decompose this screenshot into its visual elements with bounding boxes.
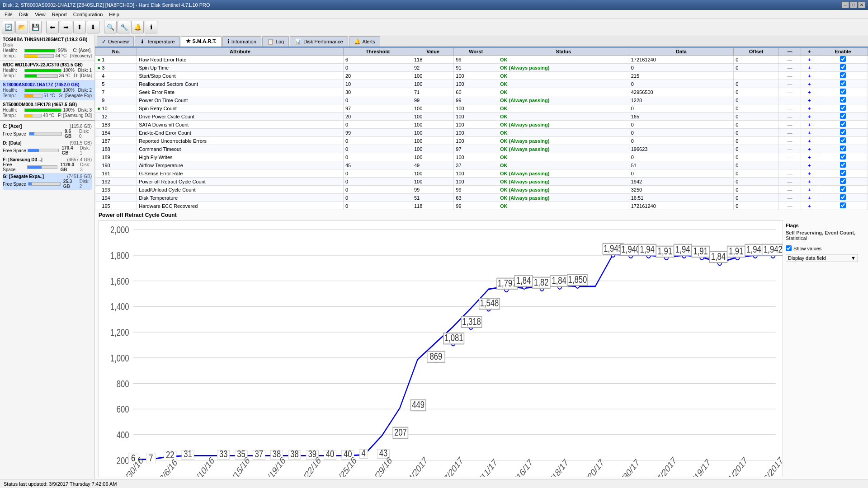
cell-enable[interactable]: [818, 88, 868, 96]
cell-plus[interactable]: +: [801, 80, 818, 88]
cell-plus[interactable]: +: [801, 129, 818, 137]
cell-plus[interactable]: +: [801, 121, 818, 129]
maximize-button[interactable]: □: [850, 2, 857, 8]
cell-enable[interactable]: [818, 202, 868, 210]
cell-enable[interactable]: [818, 129, 868, 137]
cell-enable[interactable]: [818, 169, 868, 178]
cell-plus[interactable]: +: [801, 56, 818, 64]
cell-plus[interactable]: +: [801, 169, 818, 178]
cell-enable[interactable]: [818, 72, 868, 80]
cell-minus[interactable]: —: [779, 186, 801, 194]
menu-disk[interactable]: Disk: [16, 11, 31, 18]
cell-plus[interactable]: +: [801, 113, 818, 121]
cell-plus[interactable]: +: [801, 178, 818, 186]
toolbar-btn-dn[interactable]: ⬇: [87, 21, 99, 33]
table-row[interactable]: ● 191 G-Sense Error Rate 0 100 100 OK (A…: [95, 169, 868, 178]
drive-c[interactable]: C: [Acer] (115.6 GB) Free Space 9.6 GB D…: [3, 123, 92, 140]
cell-minus[interactable]: —: [779, 137, 801, 145]
cell-enable[interactable]: [818, 186, 868, 194]
cell-enable[interactable]: [818, 194, 868, 202]
toolbar-btn-back[interactable]: ⬅: [46, 21, 59, 33]
tab-overview[interactable]: ✓ Overview: [97, 36, 134, 47]
cell-minus[interactable]: —: [779, 113, 801, 121]
tab-temperature[interactable]: 🌡 Temperature: [135, 36, 180, 47]
menu-report[interactable]: Report: [49, 11, 70, 18]
tab-smart[interactable]: ★ S.M.A.R.T.: [181, 36, 222, 47]
close-button[interactable]: ✕: [858, 2, 865, 8]
table-row[interactable]: ● 187 Reported Uncorrectable Errors 0 10…: [95, 137, 868, 145]
cell-plus[interactable]: +: [801, 104, 818, 113]
toolbar-btn-open[interactable]: 📂: [15, 21, 28, 33]
toolbar-btn-info[interactable]: ℹ: [145, 21, 157, 33]
menu-file[interactable]: File: [2, 11, 15, 18]
table-row[interactable]: ● 10 Spin Retry Count 97 100 100 OK 0 0 …: [95, 104, 868, 113]
cell-minus[interactable]: —: [779, 80, 801, 88]
table-row[interactable]: ● 7 Seek Error Rate 30 71 60 OK 42956500…: [95, 88, 868, 96]
cell-enable[interactable]: [818, 161, 868, 169]
drive-d[interactable]: D: [Data] (931.5 GB) Free Space 170.4 GB…: [3, 140, 92, 156]
cell-plus[interactable]: +: [801, 186, 818, 194]
cell-enable[interactable]: [818, 56, 868, 64]
table-row[interactable]: ● 192 Power off Retract Cycle Count 0 10…: [95, 178, 868, 186]
cell-plus[interactable]: +: [801, 137, 818, 145]
display-data-dropdown[interactable]: Display data field ▼: [786, 254, 858, 262]
cell-plus[interactable]: +: [801, 96, 818, 104]
cell-enable[interactable]: [818, 178, 868, 186]
tab-disk-performance[interactable]: 📊 Disk Performance: [290, 36, 348, 47]
cell-enable[interactable]: [818, 64, 868, 72]
toolbar-btn-alert[interactable]: 🔔: [131, 21, 144, 33]
cell-plus[interactable]: +: [801, 72, 818, 80]
cell-plus[interactable]: +: [801, 194, 818, 202]
cell-enable[interactable]: [818, 121, 868, 129]
toolbar-btn-fwd[interactable]: ➡: [60, 21, 72, 33]
cell-enable[interactable]: [818, 145, 868, 153]
table-row[interactable]: ● 188 Command Timeout 0 100 97 OK (Alway…: [95, 145, 868, 153]
cell-minus[interactable]: —: [779, 169, 801, 178]
cell-enable[interactable]: [818, 104, 868, 113]
disk-item-st8000[interactable]: ST8000AS0002-1NA17Z (7452.0 GB) Health: …: [0, 80, 94, 100]
disk-item-wdc[interactable]: WDC WD10JPVX-22JC3T0 (931.5 GB) Health: …: [0, 61, 94, 80]
cell-enable[interactable]: [818, 80, 868, 88]
tab-information[interactable]: ℹ Information: [222, 36, 261, 47]
smart-table-container[interactable]: No. Attribute Threshold Value Worst Stat…: [95, 47, 868, 210]
table-row[interactable]: ● 5 Reallocated Sectors Count 10 100 100…: [95, 80, 868, 88]
table-row[interactable]: ● 189 High Fly Writes 0 100 100 OK 0 0 —…: [95, 153, 868, 161]
cell-enable[interactable]: [818, 113, 868, 121]
cell-plus[interactable]: +: [801, 202, 818, 210]
table-row[interactable]: ● 183 SATA Downshift Count 0 100 100 OK …: [95, 121, 868, 129]
cell-minus[interactable]: —: [779, 145, 801, 153]
table-row[interactable]: ● 195 Hardware ECC Recovered 0 118 99 OK…: [95, 202, 868, 210]
cell-minus[interactable]: —: [779, 121, 801, 129]
drive-f[interactable]: F: [Samsung D3 ..] (4657.4 GB) Free Spac…: [3, 156, 92, 173]
cell-enable[interactable]: [818, 137, 868, 145]
minimize-button[interactable]: ─: [842, 2, 849, 8]
disk-item-toshiba[interactable]: TOSHIBA THNSNH128GMCT (119.2 GB) Disk He…: [0, 35, 94, 61]
toolbar-btn-refresh[interactable]: 🔄: [2, 21, 14, 33]
menu-configuration[interactable]: Configuration: [71, 11, 105, 18]
table-row[interactable]: ● 193 Load/Unload Cycle Count 0 99 99 OK…: [95, 186, 868, 194]
tab-log[interactable]: 📋 Log: [262, 36, 289, 47]
cell-enable[interactable]: [818, 153, 868, 161]
toolbar-btn-save[interactable]: 💾: [29, 21, 42, 33]
tab-alerts[interactable]: 🔔 Alerts: [349, 36, 380, 47]
cell-minus[interactable]: —: [779, 96, 801, 104]
menu-help[interactable]: Help: [106, 11, 122, 18]
cell-minus[interactable]: —: [779, 104, 801, 113]
table-row[interactable]: ● 4 Start/Stop Count 20 100 100 OK 215 —…: [95, 72, 868, 80]
cell-minus[interactable]: —: [779, 153, 801, 161]
disk-item-st5000[interactable]: ST5000DM000-1FK178 (4657.5 GB) Health: 1…: [0, 100, 94, 120]
table-row[interactable]: ● 9 Power On Time Count 0 99 99 OK (Alwa…: [95, 96, 868, 104]
cell-plus[interactable]: +: [801, 153, 818, 161]
cell-plus[interactable]: +: [801, 88, 818, 96]
cell-plus[interactable]: +: [801, 64, 818, 72]
menu-view[interactable]: View: [32, 11, 48, 18]
cell-minus[interactable]: —: [779, 72, 801, 80]
cell-minus[interactable]: —: [779, 88, 801, 96]
cell-minus[interactable]: —: [779, 202, 801, 210]
cell-minus[interactable]: —: [779, 194, 801, 202]
toolbar-btn-settings[interactable]: 🔧: [118, 21, 130, 33]
table-row[interactable]: ● 190 Airflow Temperature 45 49 37 OK 51…: [95, 161, 868, 169]
table-row[interactable]: ● 1 Raw Read Error Rate 6 118 99 OK 1721…: [95, 56, 868, 64]
show-values-checkbox[interactable]: [786, 245, 792, 251]
drive-g[interactable]: G: [Seagate Expa..] (7451.9 GB) Free Spa…: [3, 173, 92, 190]
